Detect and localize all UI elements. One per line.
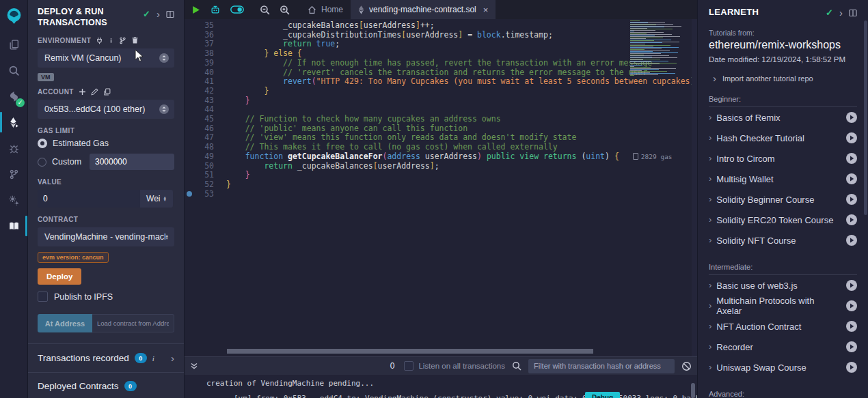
copy-icon[interactable]: [103, 88, 111, 96]
breakpoint-dot[interactable]: [185, 190, 195, 199]
gutter[interactable]: [185, 68, 195, 78]
play-tutorial-button[interactable]: [846, 280, 857, 291]
tab-vending-machine-contract[interactable]: vending-machine-contract.sol ×: [351, 0, 496, 19]
play-tutorial-button[interactable]: [846, 214, 857, 225]
terminal-tx-line[interactable]: [vm] from: 0x5B3...eddC4 to: VendingMach…: [234, 394, 697, 398]
import-tutorial-repo[interactable]: › Import another tutorial repo: [709, 74, 857, 83]
git-icon[interactable]: [0, 161, 27, 187]
code-line[interactable]: 50 return _cupcakeBalances[userAddress];: [185, 162, 697, 171]
info-icon[interactable]: [108, 36, 114, 44]
tutorial-item[interactable]: ›Basic use of web3.js: [709, 275, 857, 296]
terminal-filter-input[interactable]: [528, 359, 675, 373]
chevron-right-icon[interactable]: ›: [171, 352, 174, 364]
close-tab-icon[interactable]: ×: [483, 5, 489, 15]
tutorial-item[interactable]: ›Hash Checker Tutorial: [709, 128, 857, 148]
code-line[interactable]: 38 } else {: [185, 49, 697, 59]
code-line[interactable]: 47 // 'view' means this function only re…: [185, 133, 697, 143]
pin-panel-icon[interactable]: [166, 10, 174, 18]
code-lines[interactable]: 35 _cupcakeBalances[userAddress]++;36 _c…: [185, 19, 697, 199]
code-line[interactable]: 48 // This makes it free to call (no gas…: [185, 143, 697, 152]
code-line[interactable]: 37 return true;: [185, 40, 697, 49]
info-icon[interactable]: i: [152, 354, 154, 363]
zoom-in-icon[interactable]: [280, 5, 290, 15]
code-line[interactable]: 43 }: [185, 96, 697, 106]
tutorial-item[interactable]: ›Solidity Beginner Course: [709, 189, 857, 210]
gutter[interactable]: [185, 162, 195, 171]
play-tutorial-button[interactable]: [846, 235, 857, 246]
fork-icon[interactable]: [119, 36, 126, 44]
plug-icon[interactable]: [96, 36, 103, 44]
minimap[interactable]: [630, 20, 690, 76]
code-line[interactable]: 39 // If not enough time has passed, rev…: [185, 59, 697, 68]
gutter[interactable]: [185, 77, 195, 87]
estimated-gas-radio[interactable]: [38, 139, 47, 148]
copilot-toggle-icon[interactable]: [230, 5, 244, 14]
tutorial-item[interactable]: ›Multisig Wallet: [709, 169, 857, 189]
pin-panel-icon[interactable]: [849, 9, 857, 17]
publish-ipfs-checkbox[interactable]: [38, 292, 48, 302]
chevron-right-icon[interactable]: ›: [157, 11, 160, 18]
tutorial-item[interactable]: ›NFT Auction Contract: [709, 316, 857, 337]
deploy-button[interactable]: Deploy: [38, 268, 81, 285]
gutter[interactable]: [185, 96, 195, 106]
code-line[interactable]: 53: [185, 190, 697, 199]
tutorial-item[interactable]: ›Intro to Circom: [709, 148, 857, 169]
tutorial-item[interactable]: ›Uniswap Swap Course: [709, 357, 857, 378]
gutter[interactable]: [185, 143, 195, 152]
contract-select[interactable]: VendingMachine - vending-machin ▲▼: [38, 227, 174, 246]
gutter[interactable]: [185, 21, 195, 31]
clear-terminal-icon[interactable]: [681, 361, 692, 371]
gutter[interactable]: [185, 180, 195, 190]
play-tutorial-button[interactable]: [846, 132, 857, 143]
environment-select[interactable]: Remix VM (Cancun): [38, 48, 174, 68]
edit-icon[interactable]: [91, 88, 98, 96]
tutorial-item[interactable]: ›Solidity ERC20 Token Course: [709, 210, 857, 230]
custom-gas-input[interactable]: [90, 154, 174, 170]
gutter[interactable]: [185, 87, 195, 96]
code-line[interactable]: 44: [185, 105, 697, 115]
value-unit-select[interactable]: Wei ▲▼: [140, 190, 173, 208]
ai-assistant-robot-icon[interactable]: [210, 5, 221, 14]
learneth-book-icon[interactable]: [0, 213, 27, 239]
settings-icon[interactable]: [0, 187, 27, 213]
code-line[interactable]: 40 // 'revert' cancels the transaction a…: [185, 68, 697, 78]
play-tutorial-button[interactable]: [846, 173, 857, 184]
editor-horizontal-scrollbar[interactable]: [227, 349, 593, 354]
code-editor[interactable]: 35 _cupcakeBalances[userAddress]++;36 _c…: [185, 19, 697, 356]
at-address-button[interactable]: At Address: [38, 314, 92, 332]
code-line[interactable]: 49 function getCupcakeBalanceFor(address…: [185, 152, 697, 162]
gutter[interactable]: [185, 115, 195, 124]
run-script-icon[interactable]: [191, 5, 200, 14]
gutter[interactable]: [185, 31, 195, 40]
play-tutorial-button[interactable]: [846, 300, 857, 311]
code-line[interactable]: 42 }: [185, 87, 697, 96]
zoom-out-icon[interactable]: [260, 5, 270, 15]
tutorial-item[interactable]: ›Basics of Remix: [709, 107, 857, 128]
search-icon[interactable]: [0, 57, 27, 83]
code-line[interactable]: 46 // 'public' means anyone can call thi…: [185, 124, 697, 134]
gutter[interactable]: [185, 124, 195, 134]
account-select[interactable]: 0x5B3...eddC4 (100 ether): [38, 100, 174, 119]
code-line[interactable]: 51 }: [185, 171, 697, 180]
chevron-right-icon[interactable]: ›: [839, 10, 843, 16]
file-explorer-icon[interactable]: [0, 31, 27, 57]
at-address-input[interactable]: [92, 314, 174, 332]
plus-icon[interactable]: [79, 88, 86, 96]
code-line[interactable]: 45 // Function to check how many cupcake…: [185, 115, 697, 124]
terminal-scrollbar[interactable]: [691, 383, 695, 398]
tutorial-item[interactable]: ›Solidity NFT Course: [709, 230, 857, 251]
code-line[interactable]: 36 _cupcakeDistributionTimes[userAddress…: [185, 31, 697, 40]
gutter[interactable]: [185, 49, 195, 59]
debugger-icon[interactable]: [0, 135, 27, 161]
gutter[interactable]: [185, 152, 195, 162]
debug-button[interactable]: Debug: [585, 392, 620, 398]
trash-icon[interactable]: [131, 36, 139, 44]
play-tutorial-button[interactable]: [846, 321, 857, 332]
custom-gas-radio[interactable]: [38, 158, 46, 167]
listen-all-checkbox[interactable]: [404, 361, 413, 371]
gutter[interactable]: [185, 59, 195, 68]
code-line[interactable]: 35 _cupcakeBalances[userAddress]++;: [185, 21, 697, 31]
play-tutorial-button[interactable]: [846, 194, 857, 205]
solidity-compiler-icon[interactable]: ✓: [0, 83, 27, 109]
transactions-recorded-row[interactable]: Transactions recorded 0 i ›: [28, 343, 184, 372]
